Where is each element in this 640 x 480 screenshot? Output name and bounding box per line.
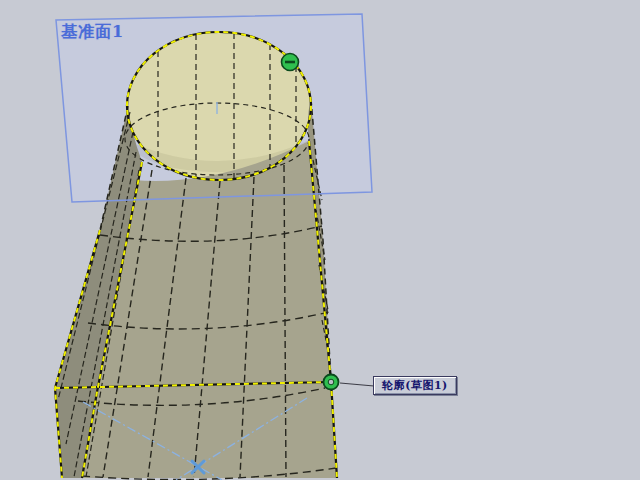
cad-viewport[interactable]: 基准面1 轮廓(草图1)	[0, 0, 640, 480]
profile-callout[interactable]: 轮廓(草图1)	[373, 376, 457, 395]
profile-vertex-ring-hole	[328, 379, 334, 385]
reference-plane-label[interactable]: 基准面1	[61, 22, 124, 43]
profile-vertex-marker[interactable]	[324, 375, 339, 390]
profile-point-marker[interactable]	[282, 54, 299, 71]
viewport-3d-canvas[interactable]	[0, 0, 640, 480]
